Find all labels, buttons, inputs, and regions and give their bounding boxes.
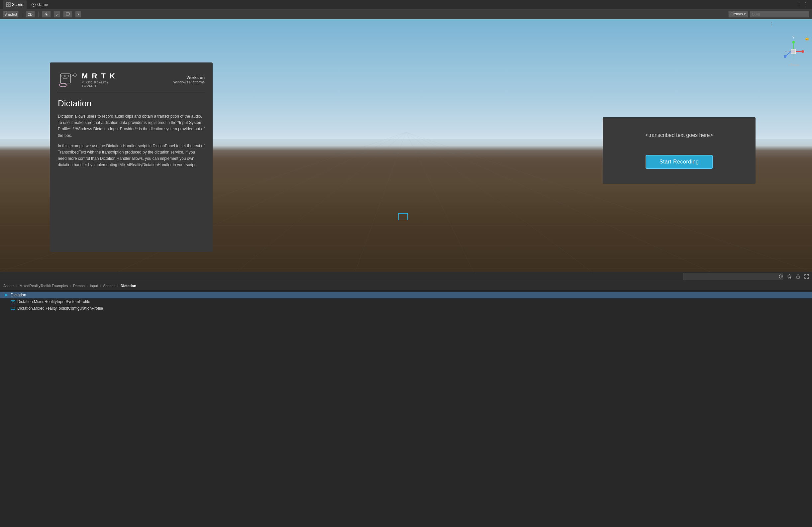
works-on-label: Works on bbox=[173, 75, 205, 80]
bottom-right-icons bbox=[778, 274, 809, 279]
works-on-area: Works on Windows Platforms bbox=[173, 75, 205, 84]
transcribed-text: <transcribed text goes here> bbox=[645, 132, 713, 138]
mrtk-logo bbox=[58, 70, 78, 89]
gizmos-area: Gizmos ▾ bbox=[728, 11, 809, 18]
breadcrumb-sep-1: › bbox=[16, 284, 18, 288]
svg-rect-21 bbox=[62, 75, 64, 77]
svg-line-34 bbox=[786, 52, 791, 56]
scene-icon bbox=[4, 293, 9, 297]
breadcrumb-dictation: Dictation bbox=[120, 284, 136, 288]
svg-rect-41 bbox=[11, 300, 15, 303]
tree-item-label-0: Dictation bbox=[11, 293, 26, 297]
lock-icon: 🔒 bbox=[804, 36, 809, 41]
svg-rect-1 bbox=[9, 3, 10, 4]
start-recording-button[interactable]: Start Recording bbox=[646, 155, 713, 169]
svg-rect-3 bbox=[9, 5, 10, 6]
breadcrumb-bar: Assets › MixedRealityToolkit.Examples › … bbox=[0, 281, 812, 290]
breadcrumb-sep-2: › bbox=[70, 284, 71, 288]
component-icon-2 bbox=[11, 306, 15, 311]
tab-bar: Scene Game ⋮⋮ bbox=[0, 0, 812, 9]
svg-point-33 bbox=[792, 41, 795, 44]
svg-point-5 bbox=[33, 4, 34, 5]
breadcrumb-demos[interactable]: Demos bbox=[73, 284, 85, 288]
breadcrumb-mrtk-examples[interactable]: MixedRealityToolkit.Examples bbox=[19, 284, 68, 288]
tab-scene[interactable]: Scene bbox=[3, 0, 27, 9]
breadcrumb-assets[interactable]: Assets bbox=[3, 284, 14, 288]
mrtk-subtitle2: TOOLKIT bbox=[82, 84, 116, 87]
grid-icon bbox=[6, 2, 11, 7]
scene-toolbar: Shaded 2D ☀ ♪ ▾ Gizmos ▾ bbox=[0, 9, 812, 19]
viewport-dots: ⋮ bbox=[768, 21, 774, 27]
bottom-toolbar bbox=[0, 272, 812, 281]
viewport-top-controls: ⋮ bbox=[768, 21, 774, 27]
breadcrumb-input[interactable]: Input bbox=[90, 284, 98, 288]
layers-btn[interactable] bbox=[63, 11, 72, 18]
dictation-body-1: Dictation allows users to record audio c… bbox=[58, 113, 205, 139]
info-panel-header: M R T K MIXED REALITY TOOLKIT Works on W… bbox=[58, 70, 205, 89]
dictation-body: Dictation allows users to record audio c… bbox=[58, 113, 205, 169]
breadcrumb-scenes[interactable]: Scenes bbox=[103, 284, 116, 288]
breadcrumb-sep-4: › bbox=[100, 284, 101, 288]
svg-rect-0 bbox=[6, 3, 8, 4]
svg-marker-40 bbox=[5, 294, 8, 297]
breadcrumb-sep-3: › bbox=[87, 284, 88, 288]
layers-icon bbox=[66, 12, 70, 17]
tree-item-label-2: Dictation.MixedRealityToolkitConfigurati… bbox=[17, 306, 103, 311]
svg-rect-22 bbox=[66, 75, 69, 77]
ground-marker bbox=[398, 213, 408, 220]
info-panel-divider bbox=[58, 93, 205, 93]
gizmo-y-label: Y bbox=[792, 35, 794, 39]
breadcrumb-sep-5: › bbox=[117, 284, 119, 288]
scene-tab-label: Scene bbox=[12, 2, 23, 7]
dictation-ui-panel: <transcribed text goes here> Start Recor… bbox=[603, 117, 755, 184]
game-tab-label: Game bbox=[37, 2, 48, 7]
audio-btn[interactable]: ♪ bbox=[54, 11, 60, 18]
shading-select[interactable]: Shaded bbox=[3, 11, 19, 18]
toolbar-separator-1 bbox=[22, 11, 22, 17]
mrtk-title: M R T K MIXED REALITY TOOLKIT bbox=[82, 72, 116, 87]
svg-marker-38 bbox=[787, 274, 792, 279]
gizmos-label: Gizmos bbox=[730, 12, 743, 16]
mrtk-abbr: M R T K bbox=[82, 72, 116, 81]
bottom-panel: Assets › MixedRealityToolkit.Examples › … bbox=[0, 272, 812, 527]
asset-search-input[interactable] bbox=[683, 273, 783, 280]
toolbar-separator-2 bbox=[38, 11, 39, 17]
tree-item-config-profile[interactable]: Dictation.MixedRealityToolkitConfigurati… bbox=[0, 305, 812, 312]
gizmo-axes bbox=[782, 40, 805, 63]
2d-toggle[interactable]: 2D bbox=[26, 11, 35, 18]
dictation-title: Dictation bbox=[58, 98, 205, 109]
tree-item-input-profile[interactable]: Dictation.MixedRealityInputSystemProfile bbox=[0, 298, 812, 305]
favorites-icon[interactable] bbox=[787, 274, 792, 279]
gamepad-icon bbox=[31, 2, 36, 7]
svg-rect-44 bbox=[11, 307, 15, 310]
expand-icon[interactable] bbox=[804, 274, 809, 279]
mrtk-info-panel: M R T K MIXED REALITY TOOLKIT Works on W… bbox=[50, 62, 213, 252]
tab-game[interactable]: Game bbox=[28, 0, 52, 9]
2d-label: 2D bbox=[28, 12, 32, 16]
component-icon-1 bbox=[11, 299, 15, 304]
svg-rect-39 bbox=[797, 276, 799, 279]
tree-item-dictation[interactable]: Dictation bbox=[0, 292, 812, 298]
mrtk-logo-area: M R T K MIXED REALITY TOOLKIT bbox=[58, 70, 116, 89]
refresh-icon[interactable] bbox=[778, 274, 783, 279]
scene-search-input[interactable] bbox=[750, 11, 809, 18]
svg-point-35 bbox=[784, 55, 786, 58]
tab-bar-options: ⋮⋮ bbox=[796, 1, 809, 8]
lighting-btn[interactable]: ☀ bbox=[42, 11, 51, 18]
works-on-platform: Windows Platforms bbox=[173, 80, 205, 84]
persp-label: < Persp bbox=[788, 63, 799, 67]
tree-item-label-1: Dictation.MixedRealityInputSystemProfile bbox=[17, 299, 90, 304]
bottom-toolbar-inner bbox=[3, 273, 809, 280]
gizmo-widget: Y < Persp 🔒 bbox=[780, 35, 807, 69]
file-tree: Dictation Dictation.MixedRealityInputSys… bbox=[0, 290, 812, 527]
dictation-body-2: In this example we use the Dictation Han… bbox=[58, 143, 205, 169]
effects-btn[interactable]: ▾ bbox=[75, 11, 82, 18]
svg-point-26 bbox=[59, 83, 67, 87]
lock-panel-icon[interactable] bbox=[795, 274, 801, 279]
mrtk-subtitle1: MIXED REALITY bbox=[82, 81, 116, 84]
svg-rect-29 bbox=[791, 49, 796, 54]
gizmos-btn[interactable]: Gizmos ▾ bbox=[728, 11, 748, 18]
svg-rect-6 bbox=[66, 13, 70, 15]
svg-rect-2 bbox=[6, 5, 8, 6]
scene-viewport: M R T K MIXED REALITY TOOLKIT Works on W… bbox=[0, 19, 812, 272]
